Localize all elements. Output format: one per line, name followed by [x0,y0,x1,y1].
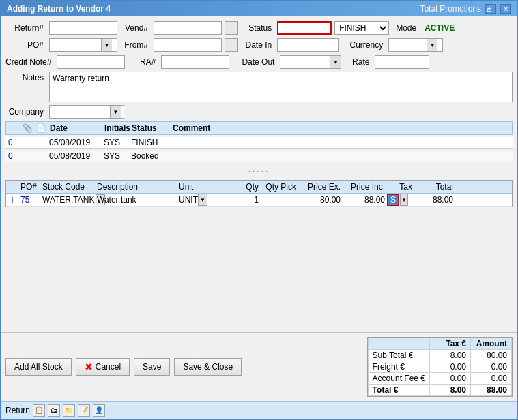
currency-dropdown-icon[interactable]: ▼ [427,39,437,51]
summary-tax-header: Tax € [430,338,471,350]
status-input[interactable]: FINISH [280,23,328,33]
history-row-0: 0 05/08/2019 SYS FINISH [5,137,513,149]
company-input[interactable]: HAPPEN [50,107,110,117]
items-col-po: PO# [18,182,42,192]
vend-dots-button[interactable]: ··· [225,21,238,35]
row-credit: Credit Note# RA# Date Out 05/08/2019 ▼ R… [5,55,513,70]
row-po: PO# 75 ▼ From# TOTAL.PROM ··· Date In 05… [5,38,513,52]
history-row0-initials: SYS [104,138,131,147]
summary-row3-label: Total € [368,385,429,396]
mode-label: Mode [392,23,419,33]
po-dropdown-icon[interactable]: ▼ [101,39,112,51]
footer-icon-4[interactable]: 📝 [78,404,90,417]
item0-tax-value: S [387,194,399,206]
from-dots-button[interactable]: ··· [225,38,238,52]
items-col-tax: Tax [387,182,414,192]
history-row1-num: 0 [8,151,22,161]
item0-priceinc: 88.00 [343,195,387,205]
date-in-field[interactable]: 05/08/2019 [277,38,339,52]
history-col-comment: Comment [173,123,509,133]
summary-amount-header: Amount [471,338,512,350]
item0-total: 88.00 [414,195,455,205]
ra-input[interactable] [164,57,227,67]
restore-button[interactable]: 🗗 [485,4,496,14]
company-field[interactable]: HAPPEN ▼ [49,105,124,119]
vend-input[interactable]: TOTAL.PROM [156,23,219,33]
item0-unit: UNIT ▼ [179,194,227,206]
footer-label: Return [5,406,30,415]
save-close-label: Save & Close [183,362,233,372]
item0-tax-dropdown[interactable]: ▼ [400,194,408,206]
summary-empty-header [368,338,429,350]
row-return: Return# 4 Vend# TOTAL.PROM ··· Status FI… [5,20,513,35]
summary-row3-amount: 88.00 [471,385,512,396]
footer-icon-1[interactable]: 📋 [33,404,45,417]
po-input[interactable]: 75 [50,40,101,50]
po-field[interactable]: 75 ▼ [49,38,117,52]
save-close-button[interactable]: Save & Close [174,358,242,376]
title-right-label: Total Promotions [420,4,481,14]
from-label: From# [120,40,151,50]
cancel-icon: ✖ [85,361,93,372]
from-field[interactable]: TOTAL.PROM [154,38,222,52]
notes-textarea[interactable]: Warranty return [49,72,513,102]
items-grid: PO# Stock Code Description Unit Qty Qty … [5,180,513,207]
summary-table: Tax € Amount Sub Total € 8.00 80.00 Frei… [367,337,513,397]
rate-input[interactable]: 0.000001 [377,57,427,67]
history-row1-status: Booked [131,151,172,161]
history-col-date: Date [50,123,104,133]
add-all-stock-button[interactable]: Add All Stock [5,358,72,376]
summary-row1-amount: 0.00 [471,361,512,373]
window-title: Adding Return to Vendor 4 [7,4,111,14]
credit-field[interactable] [57,55,125,69]
history-row1-initials: SYS [104,151,131,161]
row-company: Company HAPPEN ▼ [5,104,513,119]
credit-label: Credit Note# [5,57,54,67]
currency-input[interactable]: EUR [389,40,427,50]
save-button[interactable]: Save [134,358,170,376]
return-input[interactable]: 4 [52,23,115,33]
item0-stock: WATER.TANK ··· [42,194,97,205]
item0-desc: Water tank [97,195,179,205]
date-out-dropdown-icon[interactable]: ▼ [330,56,341,68]
date-out-input[interactable]: 05/08/2019 [280,57,330,67]
notes-label: Notes [5,72,46,82]
footer-icon-2[interactable]: 🗂 [48,404,60,417]
company-dropdown-icon[interactable]: ▼ [110,106,121,118]
ra-field[interactable] [161,55,229,69]
rate-label: Rate [348,57,372,67]
status-label: Status [240,23,274,33]
date-out-field[interactable]: 05/08/2019 ▼ [280,55,341,69]
item0-qty: 1 [227,195,261,205]
currency-label: Currency [341,40,386,50]
status-select[interactable]: FINISH [334,21,389,35]
item0-unit-dropdown[interactable]: ▼ [198,194,207,206]
return-label: Return# [5,23,46,33]
title-bar: Adding Return to Vendor 4 Total Promotio… [1,1,517,16]
items-col-qty: Qty [227,182,261,192]
cancel-label: Cancel [96,362,121,372]
footer-icon-3[interactable]: 📁 [63,404,75,417]
return-field[interactable]: 4 [49,21,117,35]
history-row1-date: 05/08/2019 [49,151,104,161]
form-content: Return# 4 Vend# TOTAL.PROM ··· Status FI… [1,16,517,332]
items-col-stock: Stock Code [42,182,97,192]
footer-icon-5[interactable]: 👤 [93,404,105,417]
rate-field[interactable]: 0.000001 [375,55,429,69]
status-field[interactable]: FINISH [277,21,332,35]
summary-row0-label: Sub Total € [368,350,429,361]
credit-input[interactable] [59,57,122,67]
date-in-label: Date In [240,40,274,50]
date-in-input[interactable]: 05/08/2019 [280,40,336,50]
vend-field[interactable]: TOTAL.PROM [154,21,222,35]
history-col-initials: Initials [104,123,132,133]
summary-row0-amount: 80.00 [471,350,512,361]
footer-bar: Return 📋 🗂 📁 📝 👤 [1,401,517,419]
close-button[interactable]: ✕ [500,4,511,14]
section-divider: ····· [5,164,513,178]
mode-value: ACTIVE [425,23,455,33]
from-input[interactable]: TOTAL.PROM [156,40,219,50]
vend-label: Vend# [120,23,151,33]
currency-field[interactable]: EUR ▼ [388,38,443,52]
cancel-button[interactable]: ✖ Cancel [76,358,130,376]
